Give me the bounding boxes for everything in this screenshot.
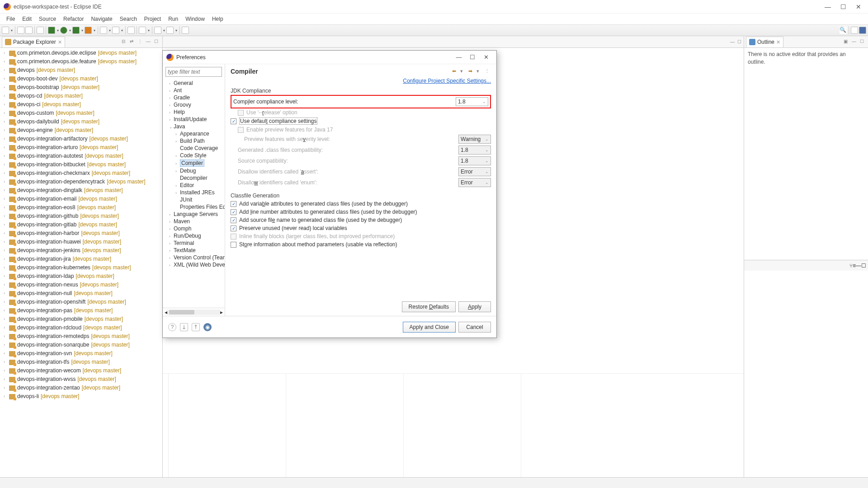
new-package-icon[interactable] — [100, 27, 107, 34]
package-item[interactable]: ›devops-integration-autotest [devops mas… — [0, 152, 162, 160]
open-type-icon[interactable] — [127, 27, 135, 34]
use-default-checkbox[interactable] — [231, 118, 236, 124]
build-icon[interactable] — [37, 27, 44, 34]
package-item[interactable]: ›devops-integration-rdcloud [devops mast… — [0, 324, 162, 332]
view-menu2-icon[interactable]: ≡ — [853, 263, 856, 269]
package-item[interactable]: ›devops-integration-jira [devops master] — [0, 255, 162, 263]
minimize-editor-icon[interactable]: — — [730, 39, 736, 45]
tree-node[interactable]: ›XML (Wild Web Developer) — [163, 261, 225, 268]
java-perspective-icon[interactable] — [859, 27, 866, 34]
quick-access-icon[interactable]: 🔍 — [840, 27, 847, 34]
package-item[interactable]: ›devops-integration-wecom [devops master… — [0, 366, 162, 375]
search-icon[interactable] — [139, 27, 146, 34]
minimize-view-icon[interactable]: — — [146, 39, 152, 45]
package-item[interactable]: ›devops-integration-wvss [devops master] — [0, 375, 162, 384]
store-params-checkbox[interactable] — [231, 242, 236, 248]
new-class-icon[interactable] — [112, 27, 119, 34]
package-item[interactable]: ›com.primeton.devops.ide.eclipse [devops… — [0, 49, 162, 57]
record-icon[interactable]: ◉ — [203, 323, 212, 331]
package-item[interactable]: ›devops-integration-bitbucket [devops ma… — [0, 160, 162, 169]
tree-node[interactable]: ›Terminal — [163, 239, 225, 247]
save-all-icon[interactable] — [25, 27, 33, 34]
forward-icon[interactable] — [166, 27, 174, 34]
back-menu-icon[interactable]: ▾ — [460, 68, 467, 75]
package-item[interactable]: ›devops-integration-dingtalk [devops mas… — [0, 186, 162, 195]
tree-node[interactable]: ›Run/Debug — [163, 232, 225, 239]
menu-project[interactable]: Project — [141, 15, 165, 23]
outline-min-icon[interactable]: — — [852, 39, 858, 45]
package-item[interactable]: ›devops-li [devops master] — [0, 392, 162, 401]
add-source-checkbox[interactable] — [231, 217, 236, 223]
collapse-all-icon[interactable]: ⊟ — [122, 39, 128, 45]
restore-defaults-button[interactable]: Restore Defaults — [402, 301, 456, 312]
package-item[interactable]: ›devops-integration-eos8 [devops master] — [0, 203, 162, 212]
package-explorer-tab[interactable]: Package Explorer ✕ — [2, 37, 65, 47]
menu-file[interactable]: File — [3, 15, 19, 23]
add-variable-checkbox[interactable] — [231, 201, 236, 207]
tree-node-debug[interactable]: ›Debug — [163, 167, 225, 174]
package-item[interactable]: ›devops-integration-artifactory [devops … — [0, 135, 162, 143]
preserve-unused-checkbox[interactable] — [231, 225, 236, 231]
package-item[interactable]: ›devops-integration-kubernetes [devops m… — [0, 263, 162, 272]
menu-navigate[interactable]: Navigate — [87, 15, 116, 23]
dialog-minimize-icon[interactable]: — — [452, 54, 466, 61]
maximize-icon[interactable]: ☐ — [840, 4, 846, 10]
package-item[interactable]: ›devops-integration-null [devops master] — [0, 289, 162, 298]
package-item[interactable]: ›devops-ci [devops master] — [0, 100, 162, 109]
view-menu-icon[interactable]: ⋮ — [138, 39, 144, 45]
apply-button[interactable]: Apply — [458, 301, 491, 312]
package-item[interactable]: ›devops-integration-pmobile [devops mast… — [0, 315, 162, 324]
maximize-editor-icon[interactable]: ☐ — [737, 39, 743, 45]
filter-input[interactable] — [165, 67, 222, 77]
package-item[interactable]: ›devops-integration-dependencytrack [dev… — [0, 178, 162, 186]
package-item[interactable]: ›devops-integration-nexus [devops master… — [0, 281, 162, 289]
tree-node-appearance[interactable]: ›Appearance — [163, 130, 225, 137]
preferences-tree[interactable]: ›General›Ant›Gradle›Groovy›Help›Install/… — [163, 80, 225, 308]
dialog-close-icon[interactable]: ✕ — [479, 54, 493, 61]
tree-node-editor[interactable]: ›Editor — [163, 182, 225, 189]
filter-icon[interactable]: ⑂ — [849, 263, 853, 269]
tree-node[interactable]: ›Install/Update — [163, 116, 225, 123]
menu-edit[interactable]: Edit — [19, 15, 35, 23]
menu-refactor[interactable]: Refactor — [60, 15, 87, 23]
menu-run[interactable]: Run — [165, 15, 182, 23]
open-perspective-icon[interactable] — [851, 27, 858, 34]
package-item[interactable]: ›devops-integration-email [devops master… — [0, 195, 162, 203]
tree-node-installed-jres[interactable]: ›Installed JREs — [163, 189, 225, 196]
tree-node-build-path[interactable]: ›Build Path — [163, 137, 225, 145]
tree-node-compiler[interactable]: ›Compiler — [163, 159, 225, 167]
cancel-button[interactable]: Cancel — [458, 322, 491, 333]
package-item[interactable]: ›devops-integration-checkmarx [devops ma… — [0, 169, 162, 178]
compliance-level-select[interactable]: 1.8⌄ — [456, 97, 488, 106]
package-item[interactable]: ›devops-integration-gitlab [devops maste… — [0, 221, 162, 229]
min2-icon[interactable]: — — [856, 263, 861, 269]
run-icon[interactable] — [60, 27, 67, 34]
maximize-view-icon[interactable]: ☐ — [154, 39, 160, 45]
back-icon[interactable] — [154, 27, 161, 34]
package-item[interactable]: ›devops-boot-dev [devops master] — [0, 75, 162, 83]
run-last-icon[interactable] — [85, 27, 92, 34]
forward-menu-icon[interactable]: ▾ — [476, 68, 483, 75]
minimize-icon[interactable]: — — [825, 4, 831, 10]
tree-node[interactable]: ⌄Java — [163, 123, 225, 130]
tree-node-code-coverage[interactable]: Code Coverage — [163, 145, 225, 152]
dialog-maximize-icon[interactable]: ☐ — [466, 54, 479, 61]
package-item[interactable]: ›devops-integration-pas [devops master] — [0, 306, 162, 315]
coverage-icon[interactable] — [72, 27, 80, 34]
close-tab-icon[interactable]: ✕ — [58, 39, 62, 45]
max2-icon[interactable]: ☐ — [861, 263, 866, 269]
tree-node[interactable]: ›TextMate — [163, 247, 225, 254]
package-item[interactable]: ›devops [devops master] — [0, 66, 162, 75]
package-item[interactable]: ›devops-integration-arturo [devops maste… — [0, 143, 162, 152]
package-item[interactable]: ›devops-integration-harbor [devops maste… — [0, 229, 162, 238]
package-item[interactable]: ›devops-cd [devops master] — [0, 92, 162, 100]
close-outline-icon[interactable]: ✕ — [776, 39, 780, 45]
package-item[interactable]: ›devops-integration-tfs [devops master] — [0, 358, 162, 366]
help-icon[interactable]: ? — [168, 323, 176, 331]
menu-source[interactable]: Source — [35, 15, 60, 23]
add-line-checkbox[interactable] — [231, 209, 236, 215]
debug-icon[interactable] — [48, 27, 55, 34]
close-icon[interactable]: ✕ — [855, 4, 862, 10]
package-item[interactable]: ›devops-integration-huawei [devops maste… — [0, 238, 162, 246]
page-menu-icon[interactable]: ⋮ — [485, 68, 491, 75]
